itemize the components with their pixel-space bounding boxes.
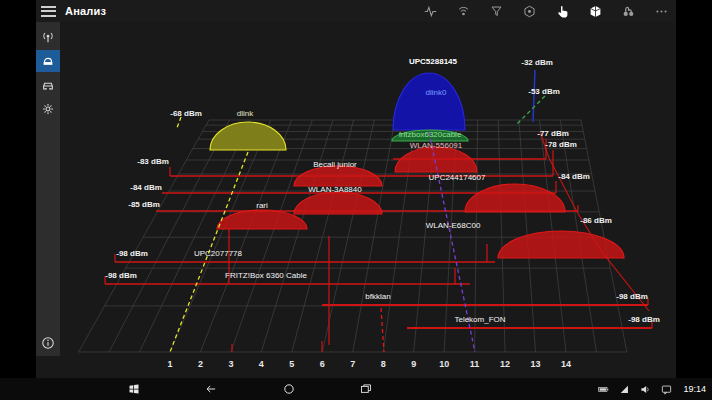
svg-text:fritzbox6320cable: fritzbox6320cable	[399, 130, 462, 139]
svg-text:11: 11	[470, 359, 480, 369]
svg-text:-84 dBm: -84 dBm	[558, 172, 590, 181]
svg-text:-32 dBm: -32 dBm	[521, 58, 553, 67]
topbar-icons	[421, 0, 670, 22]
desktop-screen: Анализ UPC5288145dlink0dlinkfritzbox6320…	[0, 0, 712, 400]
svg-text:5: 5	[289, 359, 294, 369]
svg-text:WLAN-556091: WLAN-556091	[410, 141, 463, 150]
svg-text:-78 dBm: -78 dBm	[545, 140, 577, 149]
sidebar-item-analysis-icon[interactable]	[36, 50, 60, 72]
network-signal-icon[interactable]	[617, 382, 631, 396]
search-circle-icon[interactable]	[281, 381, 297, 397]
task-view-icon[interactable]	[358, 381, 374, 397]
waveform-icon[interactable]	[421, 2, 439, 20]
channel-chart-svg[interactable]: UPC5288145dlink0dlinkfritzbox6320cableWL…	[60, 22, 676, 378]
svg-text:FRITZ!Box 6360 Cable: FRITZ!Box 6360 Cable	[225, 271, 307, 280]
titlebar: Анализ	[36, 0, 676, 22]
sidebar	[36, 22, 60, 356]
svg-text:12: 12	[500, 359, 510, 369]
svg-text:-86 dBm: -86 dBm	[580, 216, 612, 225]
svg-text:-77 dBm: -77 dBm	[537, 129, 569, 138]
sidebar-item-car-icon[interactable]	[36, 74, 60, 96]
svg-text:UPC244174607: UPC244174607	[429, 173, 486, 182]
taskbar: 19:14	[0, 378, 712, 400]
svg-text:UPC2077778: UPC2077778	[194, 249, 243, 258]
channel-chart[interactable]: UPC5288145dlink0dlinkfritzbox6320cableWL…	[60, 22, 676, 378]
svg-text:Telekom_FON: Telekom_FON	[454, 315, 505, 324]
svg-text:-98 dBm: -98 dBm	[628, 315, 660, 324]
svg-text:WLAN-E68C00: WLAN-E68C00	[426, 221, 481, 230]
svg-text:-68 dBm: -68 dBm	[170, 109, 202, 118]
sidebar-item-networks-icon[interactable]	[36, 26, 60, 48]
svg-text:14: 14	[561, 359, 571, 369]
hexagon-beacon-icon[interactable]	[520, 2, 538, 20]
filter-icon[interactable]	[487, 2, 505, 20]
svg-text:dlink0: dlink0	[426, 88, 447, 97]
battery-icon[interactable]	[596, 382, 610, 396]
svg-text:UPC5288145: UPC5288145	[409, 57, 458, 66]
more-icon[interactable]	[652, 2, 670, 20]
svg-text:-83 dBm: -83 dBm	[137, 157, 169, 166]
volume-icon[interactable]	[638, 382, 652, 396]
svg-text:2: 2	[198, 359, 203, 369]
svg-text:-84 dBm: -84 dBm	[130, 183, 162, 192]
svg-text:-53 dBm: -53 dBm	[528, 87, 560, 96]
svg-text:bfkklan: bfkklan	[365, 292, 390, 301]
svg-text:9: 9	[411, 359, 416, 369]
svg-text:13: 13	[531, 359, 541, 369]
taskbar-clock: 19:14	[683, 384, 706, 394]
action-center-icon[interactable]	[659, 382, 673, 396]
svg-text:rari: rari	[256, 201, 268, 210]
svg-text:-98 dBm: -98 dBm	[116, 249, 148, 258]
touch-icon[interactable]	[553, 2, 571, 20]
wifi-analyzer-window: Анализ UPC5288145dlink0dlinkfritzbox6320…	[36, 0, 676, 378]
sidebar-item-info-icon[interactable]	[36, 332, 60, 354]
svg-text:4: 4	[259, 359, 264, 369]
svg-text:-98 dBm: -98 dBm	[105, 271, 137, 280]
sidebar-item-settings-gear-icon[interactable]	[36, 98, 60, 120]
svg-text:3: 3	[228, 359, 233, 369]
page-title: Анализ	[65, 5, 106, 17]
hamburger-menu-icon[interactable]	[41, 6, 56, 17]
svg-text:6: 6	[320, 359, 325, 369]
svg-text:-85 dBm: -85 dBm	[128, 200, 160, 209]
svg-text:WLAN-3A8840: WLAN-3A8840	[308, 185, 362, 194]
back-arrow-icon[interactable]	[203, 381, 219, 397]
cube-3d-icon[interactable]	[586, 2, 604, 20]
system-tray: 19:14	[596, 378, 710, 400]
beacon-icon[interactable]	[454, 2, 472, 20]
windows-logo-icon[interactable]	[126, 381, 142, 397]
svg-text:Becali junior: Becali junior	[313, 160, 357, 169]
binoculars-icon[interactable]	[619, 2, 637, 20]
svg-text:7: 7	[350, 359, 355, 369]
svg-text:-98 dBm: -98 dBm	[616, 292, 648, 301]
svg-text:10: 10	[439, 359, 449, 369]
svg-text:8: 8	[381, 359, 386, 369]
svg-text:1: 1	[167, 359, 172, 369]
svg-text:dlink: dlink	[237, 109, 254, 118]
